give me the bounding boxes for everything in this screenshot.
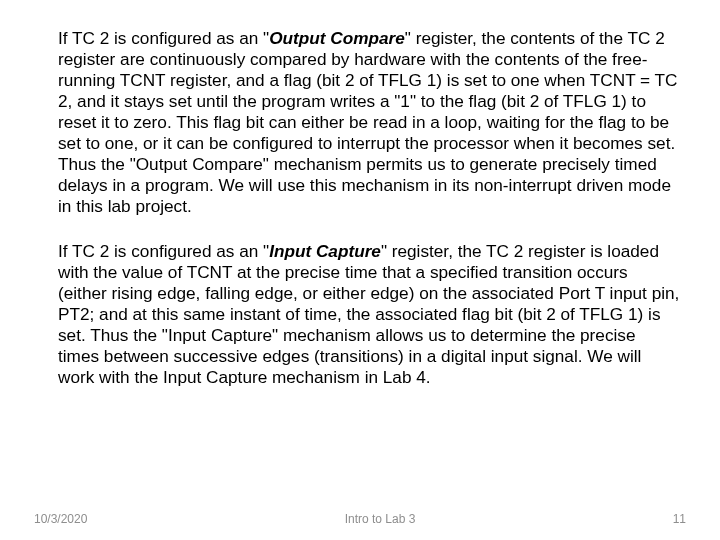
p1-post: " register, the contents of the TC 2 reg… bbox=[58, 28, 678, 216]
paragraph-output-compare: If TC 2 is configured as an "Output Comp… bbox=[58, 28, 680, 217]
p2-post: " register, the TC 2 register is loaded … bbox=[58, 241, 679, 387]
p2-emph: Input Capture bbox=[269, 241, 381, 261]
footer-date: 10/3/2020 bbox=[34, 512, 87, 526]
slide: If TC 2 is configured as an "Output Comp… bbox=[0, 0, 720, 540]
footer-title: Intro to Lab 3 bbox=[34, 512, 686, 526]
paragraph-input-capture: If TC 2 is configured as an "Input Captu… bbox=[58, 241, 680, 388]
p2-pre: If TC 2 is configured as an " bbox=[58, 241, 269, 261]
footer: 10/3/2020 11 Intro to Lab 3 bbox=[0, 512, 720, 526]
p1-emph: Output Compare bbox=[269, 28, 405, 48]
body-text: If TC 2 is configured as an "Output Comp… bbox=[40, 28, 680, 388]
footer-page-number: 11 bbox=[673, 512, 686, 526]
p1-pre: If TC 2 is configured as an " bbox=[58, 28, 269, 48]
